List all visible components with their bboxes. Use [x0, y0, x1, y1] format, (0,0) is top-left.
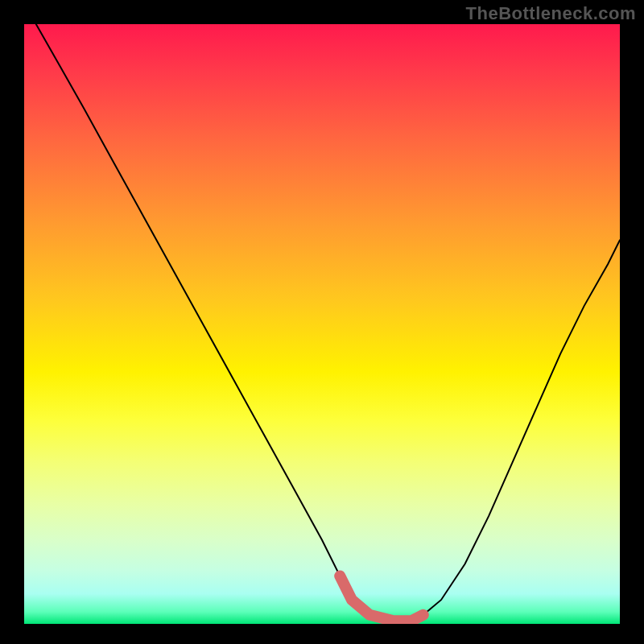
plot-area — [24, 24, 620, 624]
bottleneck-curve — [36, 24, 620, 621]
chart-svg — [24, 24, 620, 624]
highlight-segment — [340, 576, 423, 621]
watermark-text: TheBottleneck.com — [466, 3, 636, 24]
